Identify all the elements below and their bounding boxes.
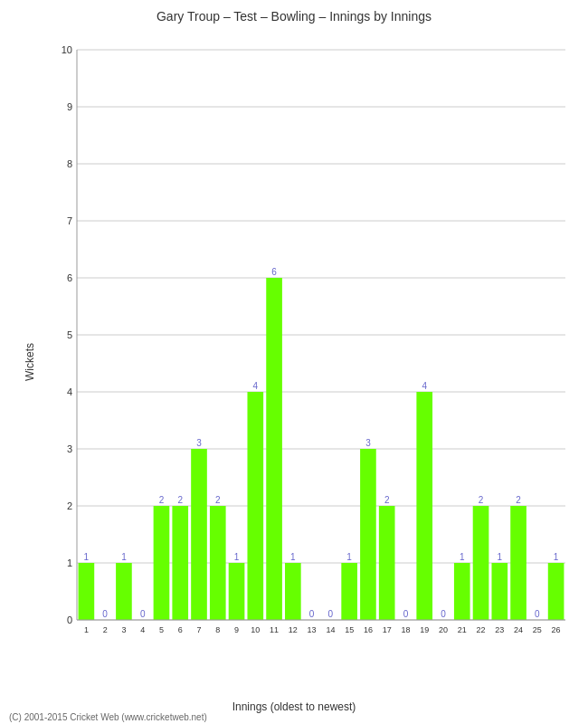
- svg-text:3: 3: [365, 438, 371, 448]
- svg-text:16: 16: [364, 625, 373, 634]
- svg-text:9: 9: [67, 101, 72, 112]
- svg-text:24: 24: [514, 625, 523, 634]
- svg-text:11: 11: [270, 625, 279, 634]
- chart-title: Gary Troup – Test – Bowling – Innings by…: [0, 0, 588, 28]
- y-axis-label: Wickets: [24, 343, 36, 381]
- svg-text:0: 0: [67, 614, 72, 625]
- svg-rect-38: [191, 449, 207, 620]
- svg-text:2: 2: [177, 495, 183, 505]
- svg-text:18: 18: [401, 625, 410, 634]
- svg-text:1: 1: [84, 552, 90, 562]
- svg-text:1: 1: [498, 552, 503, 562]
- svg-text:2: 2: [479, 495, 484, 505]
- svg-text:20: 20: [439, 625, 448, 634]
- svg-text:23: 23: [495, 625, 504, 634]
- svg-rect-53: [285, 563, 301, 620]
- svg-text:3: 3: [67, 443, 72, 454]
- chart-area: 0123456789101102130425263728194106111120…: [50, 36, 574, 652]
- svg-text:0: 0: [535, 609, 540, 619]
- svg-text:21: 21: [458, 625, 467, 634]
- svg-text:9: 9: [234, 625, 239, 634]
- svg-rect-35: [172, 506, 188, 620]
- svg-text:0: 0: [309, 609, 315, 619]
- svg-text:4: 4: [140, 625, 145, 634]
- svg-rect-41: [210, 506, 226, 620]
- svg-rect-32: [154, 506, 170, 620]
- svg-text:0: 0: [328, 609, 334, 619]
- svg-text:15: 15: [345, 625, 354, 634]
- svg-text:1: 1: [234, 552, 240, 562]
- svg-rect-50: [266, 278, 282, 620]
- svg-rect-66: [379, 506, 395, 620]
- bar-chart: 0123456789101102130425263728194106111120…: [50, 36, 574, 652]
- chart-container: Gary Troup – Test – Bowling – Innings by…: [0, 0, 588, 724]
- svg-text:14: 14: [326, 625, 335, 634]
- svg-text:7: 7: [67, 215, 72, 226]
- svg-rect-44: [229, 563, 245, 620]
- svg-text:1: 1: [554, 552, 559, 562]
- svg-text:10: 10: [251, 625, 260, 634]
- svg-rect-82: [491, 563, 507, 620]
- svg-text:12: 12: [289, 625, 298, 634]
- svg-text:6: 6: [178, 625, 183, 634]
- svg-text:2: 2: [215, 495, 221, 505]
- svg-text:5: 5: [67, 329, 72, 340]
- svg-text:10: 10: [62, 44, 72, 55]
- svg-text:2: 2: [516, 495, 521, 505]
- svg-text:0: 0: [102, 609, 108, 619]
- svg-text:4: 4: [253, 381, 259, 391]
- svg-rect-71: [416, 392, 432, 620]
- svg-rect-47: [247, 392, 263, 620]
- svg-text:2: 2: [384, 495, 390, 505]
- svg-rect-60: [341, 563, 357, 620]
- svg-text:1: 1: [346, 552, 352, 562]
- svg-text:25: 25: [533, 625, 542, 634]
- svg-rect-22: [79, 563, 95, 620]
- svg-rect-76: [454, 563, 470, 620]
- svg-text:6: 6: [271, 267, 277, 277]
- svg-text:19: 19: [420, 625, 429, 634]
- svg-text:4: 4: [67, 386, 72, 397]
- svg-text:22: 22: [477, 625, 486, 634]
- svg-text:8: 8: [215, 625, 220, 634]
- svg-rect-27: [116, 563, 132, 620]
- svg-text:1: 1: [67, 557, 72, 568]
- svg-text:17: 17: [383, 625, 392, 634]
- svg-text:26: 26: [552, 625, 561, 634]
- svg-text:2: 2: [159, 495, 165, 505]
- svg-text:2: 2: [67, 500, 72, 511]
- svg-text:0: 0: [441, 609, 446, 619]
- svg-text:2: 2: [103, 625, 108, 634]
- svg-text:1: 1: [84, 625, 89, 634]
- svg-rect-90: [548, 563, 564, 620]
- svg-text:3: 3: [196, 438, 202, 448]
- svg-text:1: 1: [121, 552, 127, 562]
- svg-text:13: 13: [308, 625, 317, 634]
- svg-text:6: 6: [67, 272, 72, 283]
- svg-rect-85: [510, 506, 526, 620]
- svg-text:3: 3: [121, 625, 126, 634]
- x-axis-label: Innings (oldest to newest): [232, 700, 356, 713]
- svg-rect-79: [473, 506, 489, 620]
- svg-text:8: 8: [67, 158, 72, 169]
- svg-text:5: 5: [159, 625, 164, 634]
- svg-text:1: 1: [460, 552, 465, 562]
- svg-text:0: 0: [140, 609, 146, 619]
- svg-text:1: 1: [290, 552, 296, 562]
- svg-text:0: 0: [403, 609, 409, 619]
- svg-rect-63: [360, 449, 376, 620]
- footer-text: (C) 2001-2015 Cricket Web (www.cricketwe…: [9, 712, 207, 722]
- svg-text:7: 7: [196, 625, 201, 634]
- svg-text:4: 4: [422, 381, 427, 391]
